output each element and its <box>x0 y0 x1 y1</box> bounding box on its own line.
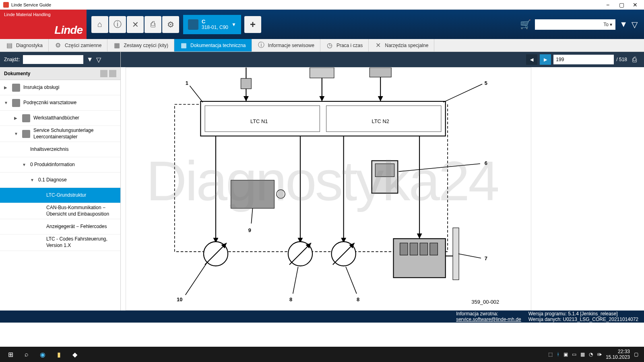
doc-icon <box>12 99 20 107</box>
settings-button[interactable]: ⚙ <box>162 16 179 33</box>
nav-tab[interactable]: ⚙Części zamienne <box>49 39 107 51</box>
tree-item[interactable]: Anzeigegerät − Fehlercodes <box>0 219 120 234</box>
explorer-icon[interactable]: ▮ <box>51 348 67 361</box>
search-button[interactable]: ⌕ <box>19 348 35 361</box>
feedback-block: Informacja zwrotna: service.software@lin… <box>456 311 521 322</box>
page-input[interactable] <box>553 55 614 64</box>
tab-icon: ▤ <box>6 42 13 49</box>
content-area: Znajdź: ▼ ▽ Dokumenty ▶Insrukcja obsługi… <box>0 52 644 311</box>
window-title: Linde Service Guide <box>11 2 600 7</box>
volume-icon[interactable]: 🕪 <box>597 352 602 357</box>
nav-tab[interactable]: ▦Zestawy części (kity) <box>107 39 174 51</box>
print-page-button[interactable]: ⎙ <box>630 55 639 64</box>
svg-line-36 <box>443 84 482 102</box>
document-viewer: ◄ ► / 518 ⎙ LTC N1 LTC N2 <box>121 52 644 311</box>
tree-label: 0.1 Diagnose <box>38 177 117 183</box>
expand-arrow: ▼ <box>14 132 19 136</box>
svg-rect-11 <box>369 68 391 77</box>
tray-icon[interactable]: ⬚ <box>548 352 553 357</box>
vehicle-text: C318-01, C90 <box>202 19 228 31</box>
tree-label: Podręczniki warsztatowe <box>23 100 117 106</box>
nav-tab[interactable]: ▦Dokumentacja techniczna <box>174 39 252 51</box>
notifications-icon[interactable]: ▢ <box>634 352 638 357</box>
next-page-button[interactable]: ► <box>540 54 551 65</box>
doc-icon <box>12 84 20 92</box>
tree-item[interactable]: LTC - Codes Fahrsteuerung, Version 1.X <box>0 234 120 251</box>
tree-item[interactable]: ▶Werkstatthandbücher <box>0 111 120 126</box>
home-button[interactable]: ⌂ <box>91 16 108 33</box>
app-taskbar-icon[interactable]: ◆ <box>67 348 83 361</box>
tree-item[interactable]: ▼0.1 Diagnose <box>0 173 120 188</box>
info-button[interactable]: ⓘ <box>109 16 126 33</box>
find-input[interactable] <box>23 55 83 64</box>
tab-label: Części zamienne <box>65 43 101 48</box>
expand-all-icon[interactable] <box>100 70 107 77</box>
wifi-icon[interactable]: ◔ <box>589 352 593 357</box>
maximize-button[interactable]: ▢ <box>616 1 627 9</box>
close-button[interactable]: ✕ <box>630 1 641 9</box>
print-button[interactable]: ⎙ <box>144 16 161 33</box>
tools-button[interactable]: ✕ <box>127 16 144 33</box>
svg-line-48 <box>346 267 357 294</box>
tree-item[interactable]: Inhaltsverzeichnis <box>0 142 120 157</box>
svg-text:8: 8 <box>289 296 292 302</box>
tree-item[interactable]: ▼Service Schulungsunterlage Leercontaine… <box>0 126 120 142</box>
sidebar: Znajdź: ▼ ▽ Dokumenty ▶Insrukcja obsługi… <box>0 52 121 311</box>
to-selector[interactable]: To ▾ <box>535 19 615 30</box>
edge-icon[interactable]: ◉ <box>35 348 51 361</box>
minimize-button[interactable]: − <box>602 1 613 9</box>
clock[interactable]: 22:3315.10.2023 <box>606 349 630 360</box>
filter-icon[interactable]: ▼ <box>619 20 627 29</box>
battery-icon[interactable]: ▭ <box>572 352 576 357</box>
nav-tabs: ▤Diagnostyka⚙Części zamienne▦Zestawy czę… <box>0 39 644 52</box>
expand-arrow: ▶ <box>14 116 19 120</box>
tab-label: Informacje serwisowe <box>268 43 314 48</box>
tree-item[interactable]: ▼0 Produktinformation <box>0 157 120 173</box>
diagram-viewport[interactable]: LTC N1 LTC N2 <box>126 67 531 311</box>
svg-line-46 <box>293 267 298 294</box>
prev-page-button[interactable]: ◄ <box>526 54 537 65</box>
feedback-email[interactable]: service.software@linde-mh.de <box>456 317 521 322</box>
document-tree: ▶Insrukcja obsługi▼Podręczniki warsztato… <box>0 80 120 311</box>
expand-arrow: ▼ <box>22 162 27 167</box>
tree-item[interactable]: ▼Podręczniki warsztatowe <box>0 95 120 111</box>
nav-tab[interactable]: ⓘInformacje serwisowe <box>252 39 320 51</box>
nav-tab[interactable]: ✕Narzędzia specjalne <box>369 39 434 51</box>
svg-text:9: 9 <box>248 227 251 233</box>
filter-clear-icon[interactable]: ▽ <box>632 20 638 29</box>
tray-icon[interactable]: ▦ <box>580 352 585 357</box>
tray-icon[interactable]: ▣ <box>564 352 568 357</box>
cart-icon[interactable]: 🛒 <box>520 19 531 30</box>
svg-text:359_00-002: 359_00-002 <box>471 299 499 305</box>
svg-rect-27 <box>400 243 408 255</box>
svg-rect-24 <box>375 164 394 177</box>
tab-icon: ✕ <box>374 42 382 49</box>
tree-item[interactable]: CAN-Bus-Kommunikation − Übersicht und Ei… <box>0 203 120 219</box>
svg-line-42 <box>251 208 252 224</box>
version-block: Wersja programu: 5.1.4 [Jenkins_release]… <box>528 311 638 322</box>
find-filter-icon[interactable]: ▼ <box>87 56 93 63</box>
bluetooth-icon[interactable]: ᚼ <box>557 352 559 357</box>
tree-item[interactable]: LTC-Grundstruktur <box>0 188 120 203</box>
system-tray: ⬚ ᚼ ▣ ▭ ▦ ◔ 🕪 22:3315.10.2023 ▢ <box>548 349 642 360</box>
tree-label: LTC-Grundstruktur <box>46 192 117 199</box>
vehicle-tab[interactable]: C318-01, C90 ▼ <box>183 15 241 34</box>
add-vehicle-button[interactable]: + <box>244 16 261 33</box>
vehicle-dropdown-icon: ▼ <box>231 22 236 27</box>
find-clear-icon[interactable]: ▽ <box>96 56 101 64</box>
find-label: Znajdź: <box>4 57 20 62</box>
svg-rect-9 <box>310 68 334 78</box>
tab-label: Diagnostyka <box>16 43 43 48</box>
doc-icon <box>22 114 30 122</box>
app-toolbar: Linde Material Handling Linde ⌂ ⓘ ✕ ⎙ ⚙ … <box>0 10 644 39</box>
nav-tab[interactable]: ▤Diagnostyka <box>0 39 49 51</box>
tree-item[interactable]: ▶Insrukcja obsługi <box>0 80 120 95</box>
svg-rect-28 <box>410 243 417 255</box>
nav-tab[interactable]: ◷Praca i czas <box>320 39 369 51</box>
windows-taskbar: ⊞ ⌕ ◉ ▮ ◆ ⬚ ᚼ ▣ ▭ ▦ ◔ 🕪 22:3315.10.2023 … <box>0 347 644 362</box>
expand-arrow: ▶ <box>4 85 9 90</box>
doc-icon <box>22 130 30 138</box>
tree-label: Werkstatthandbücher <box>33 115 117 121</box>
start-button[interactable]: ⊞ <box>2 348 19 361</box>
collapse-all-icon[interactable] <box>109 70 116 77</box>
